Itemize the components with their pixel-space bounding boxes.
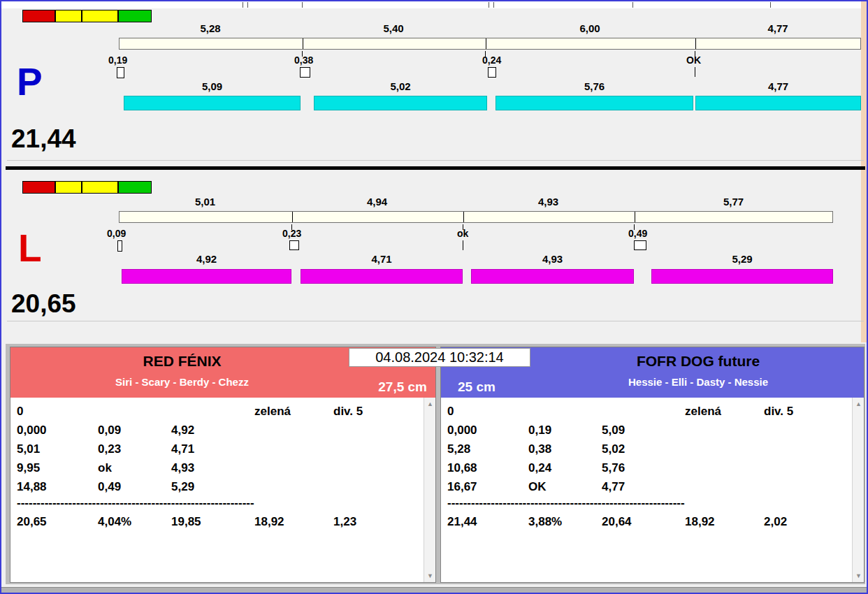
split-label: 5,01 bbox=[119, 196, 291, 208]
table-cell: 21,44 bbox=[447, 512, 528, 531]
table-row: 5,01 0,23 4,71 bbox=[10, 440, 435, 458]
marker-box bbox=[117, 240, 122, 252]
timestamp-display: 04.08.2024 10:32:14 bbox=[349, 348, 530, 367]
table-cell bbox=[254, 421, 333, 440]
table-cell: 0,000 bbox=[447, 421, 528, 440]
scroll-down-icon[interactable]: ▼ bbox=[426, 571, 435, 581]
marker-tick bbox=[463, 240, 463, 250]
table-cell bbox=[254, 477, 333, 496]
scrollbar[interactable]: ▲ ▼ bbox=[424, 398, 435, 582]
scroll-up-icon[interactable]: ▲ bbox=[854, 399, 863, 409]
time-bar-segment bbox=[496, 96, 693, 110]
top-edge-tick bbox=[493, 2, 494, 8]
indicator-green-box bbox=[118, 10, 152, 22]
marker-box bbox=[300, 67, 310, 78]
scroll-up-icon[interactable]: ▲ bbox=[426, 399, 435, 409]
top-edge-tick bbox=[302, 2, 303, 8]
scrollbar[interactable]: ▲ ▼ bbox=[852, 398, 864, 582]
table-cell: ok bbox=[98, 458, 171, 477]
split-divider bbox=[486, 38, 486, 49]
dog-time-label: 4,93 bbox=[471, 254, 634, 265]
change-time-label: 0,49 bbox=[628, 228, 647, 239]
table-cell: 4,92 bbox=[171, 421, 254, 440]
table-cell: 18,92 bbox=[254, 512, 333, 531]
table-row: 14,88 0,49 5,29 bbox=[10, 477, 435, 496]
section-edge-line bbox=[7, 321, 864, 321]
lane-divider bbox=[6, 166, 865, 170]
table-cell bbox=[685, 458, 764, 477]
table-cell bbox=[333, 421, 435, 440]
table-cell: div. 5 bbox=[764, 402, 864, 421]
lane-l-section: 5,01 4,94 4,93 5,77 0,09 0,23 ok 0,49 4,… bbox=[1, 173, 868, 320]
split-label: 5,40 bbox=[302, 23, 485, 34]
table-cell bbox=[764, 477, 864, 496]
table-cell: 5,76 bbox=[602, 458, 685, 477]
time-bar-segment bbox=[471, 269, 634, 284]
team-name: RED FÉNIX bbox=[10, 347, 354, 370]
split-label: 6,00 bbox=[485, 23, 695, 34]
separator-line: ----------------------------------------… bbox=[10, 496, 435, 510]
change-time-label: 0,09 bbox=[107, 228, 126, 239]
split-divider bbox=[292, 212, 293, 222]
indicator-yellow-box bbox=[55, 181, 82, 194]
table-cell bbox=[602, 402, 685, 421]
change-time-label: 0,24 bbox=[482, 55, 501, 66]
flyball-timing-window: 5,28 5,40 6,00 4,77 0,19 0,38 0,24 OK 5,… bbox=[0, 0, 868, 594]
table-cell bbox=[764, 440, 864, 458]
table-cell: 20,64 bbox=[602, 512, 685, 531]
team-dogs: Hessie - Elli - Dasty - Nessie bbox=[531, 376, 865, 388]
dog-time-label: 4,92 bbox=[122, 254, 291, 265]
lane-total-time: 20,65 bbox=[11, 291, 76, 317]
table-cell: 2,02 bbox=[764, 512, 864, 531]
top-edge-tick bbox=[243, 2, 243, 8]
indicator-green-box bbox=[118, 181, 152, 194]
split-divider bbox=[463, 212, 464, 222]
table-cell: 4,04% bbox=[98, 512, 171, 531]
time-bar-segment bbox=[314, 96, 487, 110]
table-cell: div. 5 bbox=[333, 402, 435, 421]
table-cell: 4,71 bbox=[171, 440, 254, 458]
table-cell: OK bbox=[528, 477, 602, 496]
top-edge-tick bbox=[489, 2, 489, 8]
table-cell: 5,29 bbox=[171, 477, 254, 496]
light-status-indicator bbox=[22, 181, 152, 194]
team-dogs: Siri - Scary - Berdy - Chezz bbox=[10, 376, 354, 388]
table-cell bbox=[333, 477, 435, 496]
table-cell: 9,95 bbox=[17, 458, 98, 477]
table-cell: 0 bbox=[447, 402, 528, 421]
table-cell: 3,88% bbox=[528, 512, 602, 531]
table-cell: 0,19 bbox=[528, 421, 602, 440]
window-top-edge bbox=[1, 1, 867, 8]
table-row: 0,000 0,09 4,92 bbox=[10, 421, 435, 440]
table-cell bbox=[254, 440, 333, 458]
change-time-label: 0,23 bbox=[282, 228, 301, 239]
table-cell: 14,88 bbox=[17, 477, 98, 496]
split-divider bbox=[635, 212, 635, 222]
jump-height-label: 27,5 cm bbox=[378, 379, 427, 395]
table-cell: zelená bbox=[254, 402, 333, 421]
lane-letter: L bbox=[18, 229, 42, 268]
results-text-right[interactable]: 0 zelená div. 5 0,000 0,19 5,09 5,28 0,3… bbox=[441, 398, 864, 582]
table-cell: 19,85 bbox=[171, 512, 254, 531]
table-cell: 0,000 bbox=[17, 421, 98, 440]
time-bar-segment bbox=[651, 269, 833, 284]
indicator-red-box bbox=[22, 181, 55, 194]
light-status-indicator bbox=[22, 10, 152, 22]
table-row: 0 zelená div. 5 bbox=[441, 402, 864, 421]
top-edge-tick bbox=[632, 2, 633, 8]
split-label: 4,77 bbox=[695, 23, 861, 34]
table-cell bbox=[98, 402, 171, 421]
change-time-label: OK bbox=[686, 55, 701, 66]
table-cell: 0,09 bbox=[98, 421, 171, 440]
scroll-down-icon[interactable]: ▼ bbox=[854, 571, 863, 581]
table-cell: 0,49 bbox=[98, 477, 171, 496]
table-row: 16,67 OK 4,77 bbox=[441, 477, 864, 496]
change-time-label: 0,38 bbox=[294, 55, 313, 66]
table-cell: 4,77 bbox=[602, 477, 685, 496]
dog-time-label: 5,76 bbox=[496, 81, 693, 92]
results-text-left[interactable]: 0 zelená div. 5 0,000 0,09 4,92 5,01 0,2… bbox=[10, 398, 435, 582]
split-label: 5,28 bbox=[119, 23, 302, 34]
table-cell bbox=[764, 421, 864, 440]
table-row: 0,000 0,19 5,09 bbox=[441, 421, 864, 440]
table-cell: 18,92 bbox=[685, 512, 764, 531]
